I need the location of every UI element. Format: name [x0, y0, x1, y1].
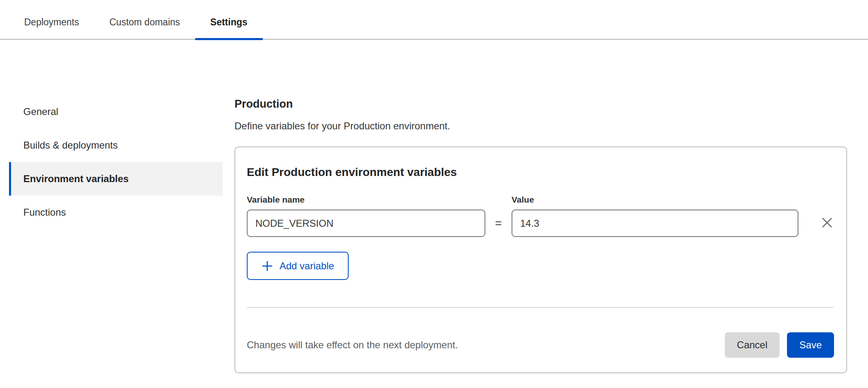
settings-sidebar: General Builds & deployments Environment… [0, 40, 234, 229]
add-variable-button[interactable]: Add variable [247, 252, 349, 280]
variable-name-label: Variable name [247, 195, 485, 205]
card-divider [247, 307, 834, 308]
variable-row: Variable name = Value [247, 195, 834, 237]
variable-name-field-group: Variable name [247, 195, 485, 237]
close-icon [821, 217, 833, 230]
section-description: Define variables for your Production env… [234, 120, 847, 132]
cancel-button[interactable]: Cancel [725, 332, 780, 358]
tab-bar: Deployments Custom domains Settings [0, 0, 868, 40]
remove-variable-button[interactable] [820, 216, 834, 230]
card-footer: Changes will take effect on the next dep… [247, 332, 834, 358]
add-variable-label: Add variable [280, 260, 334, 272]
sidebar-item-builds-deployments[interactable]: Builds & deployments [9, 129, 223, 162]
card-title: Edit Production environment variables [247, 165, 834, 179]
variable-name-input[interactable] [247, 210, 485, 237]
plus-icon [262, 260, 273, 272]
save-button[interactable]: Save [787, 332, 834, 358]
sidebar-item-environment-variables[interactable]: Environment variables [9, 162, 223, 196]
environment-variables-card: Edit Production environment variables Va… [234, 147, 847, 373]
footer-note: Changes will take effect on the next dep… [247, 339, 725, 351]
page-content: General Builds & deployments Environment… [0, 40, 868, 373]
sidebar-item-functions[interactable]: Functions [9, 196, 223, 229]
tab-deployments[interactable]: Deployments [9, 5, 94, 39]
section-title: Production [234, 97, 847, 111]
main-panel: Production Define variables for your Pro… [234, 40, 868, 373]
tab-custom-domains[interactable]: Custom domains [94, 5, 195, 39]
variable-value-input[interactable] [512, 210, 798, 237]
equals-sign: = [485, 217, 512, 237]
tab-settings[interactable]: Settings [195, 5, 263, 39]
sidebar-item-general[interactable]: General [9, 95, 223, 129]
variable-value-field-group: Value [512, 195, 798, 237]
variable-value-label: Value [512, 195, 798, 205]
